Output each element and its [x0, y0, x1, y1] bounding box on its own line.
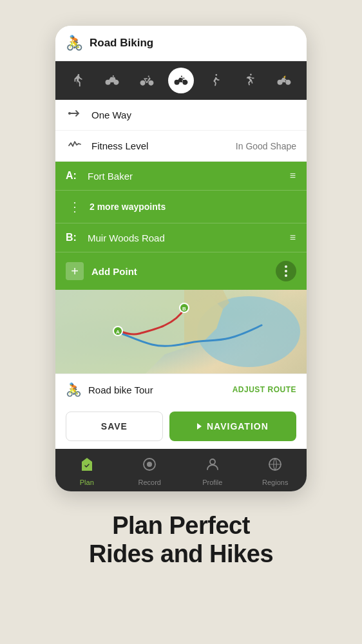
svg-text:B: B — [182, 306, 186, 312]
option-one-way[interactable]: One Way — [55, 100, 307, 131]
svg-point-5 — [148, 75, 149, 77]
one-way-label: One Way — [91, 109, 296, 120]
route-title: Road bike Tour — [88, 384, 233, 395]
profile-label: Profile — [202, 478, 222, 486]
activity-tabs: ⚡ — [55, 61, 307, 100]
tab-ebike[interactable]: ⚡ — [271, 68, 297, 93]
svg-text:A: A — [116, 329, 120, 335]
waypoint-b-text: Muir Woods Road — [88, 232, 290, 243]
navigation-label: NAVIGATION — [207, 421, 269, 431]
navigation-button[interactable]: NAVIGATION — [169, 412, 296, 441]
bottom-nav: Plan Record Profile Regions — [55, 449, 307, 491]
tab-cycling[interactable] — [99, 68, 125, 93]
action-buttons: SAVE NAVIGATION — [55, 405, 307, 449]
footer-text: Plan Perfect Rides and Hikes — [63, 512, 299, 568]
waypoint-a-text: Fort Baker — [88, 171, 290, 182]
waypoint-b-handle[interactable]: ≡ — [290, 232, 296, 243]
add-point-label: Add Point — [91, 266, 276, 277]
bottom-info-bar: 🚴 Road bike Tour ADJUST ROUTE — [55, 374, 307, 405]
waypoint-a-handle[interactable]: ≡ — [290, 170, 296, 182]
nav-regions[interactable]: Regions — [244, 454, 307, 489]
header-row: 🚴 Road Biking — [55, 26, 307, 61]
svg-text:⚡: ⚡ — [283, 75, 287, 79]
svg-point-12 — [68, 112, 71, 115]
waypoint-b-label: B: — [66, 232, 81, 243]
svg-point-4 — [149, 80, 153, 84]
tab-running[interactable] — [237, 68, 263, 93]
tab-road-bike[interactable] — [168, 68, 194, 93]
adjust-route-button[interactable]: ADJUST ROUTE — [233, 385, 296, 394]
svg-point-3 — [140, 80, 144, 84]
fitness-label: Fitness Level — [91, 140, 236, 151]
waypoint-start[interactable]: A: Fort Baker ≡ — [55, 162, 307, 190]
tab-hiking[interactable] — [65, 68, 91, 93]
regions-label: Regions — [262, 478, 288, 486]
tab-mountain-bike[interactable] — [134, 68, 160, 93]
regions-icon — [267, 457, 283, 476]
waypoint-a-label: A: — [66, 170, 81, 182]
nav-profile[interactable]: Profile — [181, 454, 244, 489]
map-view[interactable]: B A — [55, 290, 307, 374]
fitness-icon — [66, 139, 84, 153]
waypoint-more[interactable]: ⋮ 2 more waypoints — [55, 190, 307, 223]
plan-label: Plan — [80, 478, 94, 486]
svg-point-2 — [113, 75, 114, 77]
add-point-icon: + — [66, 262, 84, 280]
plan-icon — [79, 457, 95, 476]
activity-type-icon: 🚴 — [66, 35, 83, 52]
option-fitness[interactable]: Fitness Level In Good Shape — [55, 131, 307, 162]
footer-line1: Plan Perfect Rides and Hikes — [89, 512, 273, 568]
one-way-icon — [66, 108, 84, 122]
profile-icon — [205, 457, 220, 476]
save-button[interactable]: SAVE — [66, 412, 163, 441]
more-options-button[interactable] — [276, 261, 296, 281]
phone-mockup: 🚴 Road Biking ⚡ — [55, 26, 307, 491]
nav-plan[interactable]: Plan — [55, 454, 119, 489]
svg-point-19 — [147, 462, 152, 467]
fitness-value: In Good Shape — [236, 141, 296, 151]
record-label: Record — [138, 478, 161, 486]
svg-point-20 — [210, 459, 215, 464]
bottom-icon: 🚴 — [66, 382, 82, 397]
add-point-row[interactable]: + Add Point — [55, 252, 307, 290]
tab-trail-running[interactable] — [202, 68, 228, 93]
nav-record[interactable]: Record — [119, 454, 182, 489]
waypoint-more-text: 2 more waypoints — [90, 202, 296, 212]
svg-point-8 — [181, 75, 182, 77]
nav-arrow-icon — [197, 423, 202, 430]
record-icon — [142, 457, 157, 476]
header-title: Road Biking — [90, 37, 153, 50]
waypoint-end[interactable]: B: Muir Woods Road ≡ — [55, 223, 307, 252]
waypoints-section: A: Fort Baker ≡ ⋮ 2 more waypoints B: Mu… — [55, 162, 307, 290]
